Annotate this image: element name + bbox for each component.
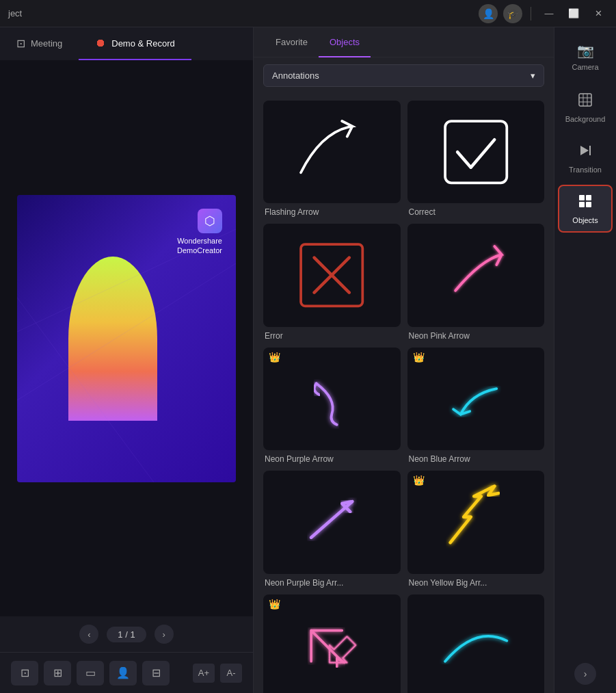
chevron-down-icon: ▾ [531,70,535,81]
annotations-dropdown[interactable]: Annotations ▾ [263,64,544,87]
neon-pink-arrow-label: Neon Pink Arrow [407,331,545,341]
transition-icon [578,143,593,161]
layout-btn-3[interactable]: ▭ [77,661,104,685]
neon-pink-arrow-icon [421,234,531,316]
person-btn[interactable]: 👤 [109,661,137,685]
objects-icon [578,194,593,212]
neon-purple-big-arrow-icon [277,481,386,563]
page-indicator: 1 / 1 [107,627,146,642]
title-bar-controls: 👤 🎓 — ⬜ ✕ [479,4,608,23]
background-icon [578,92,593,111]
top-tabs: ⊡ Meeting ⏺ Demo & Record [0,27,253,60]
neon-yellow-big-arrow-thumb: 👑 [407,471,545,573]
sidebar-expand-button[interactable]: › [574,663,596,685]
minimize-button[interactable]: — [539,4,559,23]
dropdown-bar: Annotations ▾ [254,57,554,94]
sidebar-item-objects[interactable]: Objects [558,185,613,233]
list-item[interactable]: Neon Purple Big Arr... [263,471,401,587]
svg-line-0 [17,229,236,332]
layout-btn-2[interactable]: ⊞ [44,661,71,685]
maximize-button[interactable]: ⬜ [564,4,583,23]
record-icon: ⏺ [95,37,106,49]
center-tab-nav: Favorite Objects [254,27,554,57]
app-title: ject [8,8,22,18]
meeting-tab[interactable]: ⊡ Meeting [0,27,79,60]
text-decrease-button[interactable]: A- [220,664,242,683]
list-item[interactable]: Correct [407,101,545,217]
list-item[interactable]: 👑 Neon Pink Big Arrow [263,594,401,694]
neon-purple-big-arrow-thumb [263,471,401,573]
svg-rect-3 [445,121,507,183]
svg-rect-16 [579,195,585,200]
preview-canvas: ⬡ WondershareDemoCreator [17,195,236,482]
share-btn[interactable]: ⊟ [142,661,170,685]
layout-btn-1[interactable]: ⊡ [11,661,38,685]
svg-marker-14 [580,146,589,155]
bottom-toolbar: ⊡ ⊞ ▭ 👤 ⊟ A+ A- [0,652,253,693]
svg-rect-15 [589,146,591,155]
chevron-right-icon: › [584,668,587,679]
list-item[interactable]: Neon Pink Arrow [407,224,545,340]
list-item[interactable]: 👑 Neon Blue Arrow [407,348,545,464]
meeting-icon: ⊡ [16,37,25,50]
right-sidebar: 📷 Camera Background [554,27,616,693]
neon-blue-arrow-thumb: 👑 [407,348,545,450]
objects-tab[interactable]: Objects [319,27,371,57]
meeting-label: Meeting [31,38,62,49]
pagination: ‹ 1 / 1 › [0,616,253,652]
background-label: Background [565,115,606,123]
svg-rect-9 [579,94,591,106]
error-icon [277,234,386,316]
objects-label: Objects [572,216,598,224]
demo-record-tab[interactable]: ⏺ Demo & Record [79,27,191,60]
transition-label: Transition [569,166,602,174]
text-increase-button[interactable]: A+ [193,664,215,683]
dropdown-selected: Annotations [272,70,319,81]
list-item[interactable]: 👑 Neon Purple Arrow [263,348,401,464]
neon-purple-arrow-icon [277,358,386,440]
svg-line-2 [17,298,154,482]
decorative-lines [17,195,236,482]
correct-icon [421,111,531,193]
prev-page-button[interactable]: ‹ [79,625,98,644]
neon-pink-big-arrow-icon [277,605,386,687]
title-bar: ject 👤 🎓 — ⬜ ✕ [0,0,616,27]
next-page-button[interactable]: › [155,625,174,644]
sidebar-item-background[interactable]: Background [558,83,613,131]
preview-area: ⬡ WondershareDemoCreator [0,60,253,616]
neon-pink-big-arrow-thumb: 👑 [263,594,401,694]
correct-label: Correct [407,207,545,217]
object-grid: Flashing Arrow Correct [254,94,554,693]
left-panel: ⊡ Meeting ⏺ Demo & Record ⬡ WondershareD… [0,27,253,693]
flashing-arrow-thumb [263,101,401,203]
neon-blue-line-icon [421,605,531,687]
neon-blue-line-thumb [407,594,545,694]
neon-yellow-big-arrow-label: Neon Yellow Big Arr... [407,578,545,588]
flashing-arrow-label: Flashing Arrow [263,207,401,217]
svg-rect-19 [586,202,591,207]
list-item[interactable]: Flashing Arrow [263,101,401,217]
svg-line-1 [17,263,236,400]
favorite-tab[interactable]: Favorite [265,27,319,57]
list-item[interactable]: Neon Blue Line [407,594,545,694]
correct-thumb [407,101,545,203]
list-item[interactable]: 👑 Neon Yellow Big Arr... [407,471,545,587]
neon-pink-arrow-thumb [407,224,545,326]
crown-badge: 👑 [269,599,280,610]
user-icon[interactable]: 👤 [479,4,498,23]
neon-purple-arrow-thumb: 👑 [263,348,401,450]
flashing-arrow-icon [277,111,386,193]
demo-label: Demo & Record [111,38,174,49]
neon-purple-arrow-label: Neon Purple Arrow [263,454,401,464]
sidebar-item-camera[interactable]: 📷 Camera [558,33,613,81]
close-button[interactable]: ✕ [589,4,608,23]
list-item[interactable]: Error [263,224,401,340]
neon-blue-arrow-label: Neon Blue Arrow [407,454,545,464]
sidebar-item-transition[interactable]: Transition [558,134,613,182]
crown-badge: 👑 [269,352,280,363]
main-layout: ⊡ Meeting ⏺ Demo & Record ⬡ WondershareD… [0,27,616,693]
crown-badge: 👑 [413,352,425,363]
neon-purple-big-arrow-label: Neon Purple Big Arr... [263,578,401,588]
svg-rect-17 [586,195,591,200]
graduation-icon[interactable]: 🎓 [503,4,522,23]
